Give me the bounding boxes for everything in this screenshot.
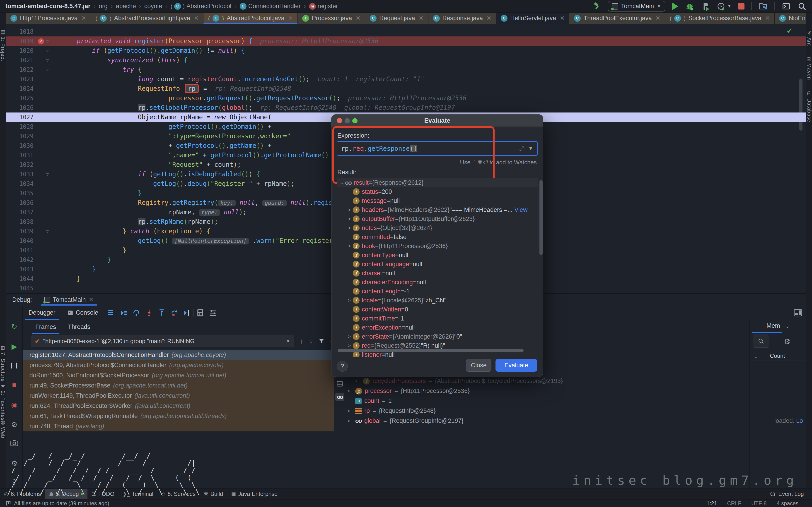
- breadcrumb-item[interactable]: mregister: [309, 3, 338, 10]
- code-line-1020[interactable]: 1020▿ if (getProtocol().getDomain() != n…: [6, 46, 806, 55]
- result-tree-row[interactable]: >fnotes = {Object[32]@2624}: [337, 223, 538, 232]
- dialog-title-bar[interactable]: Evaluate: [332, 115, 543, 127]
- step-out-icon[interactable]: [155, 309, 168, 317]
- stripe-maven[interactable]: m Maven: [806, 57, 812, 80]
- result-tree-row[interactable]: >fhook = {Http11Processor@2536}: [337, 241, 538, 250]
- run-button[interactable]: [672, 2, 678, 10]
- editor-tab[interactable]: CThreadPoolExecutor.java✕: [569, 13, 665, 24]
- terminal-toolwindow-icon[interactable]: [782, 2, 791, 11]
- line-separator[interactable]: CRLF: [727, 500, 741, 507]
- toolwindow-button-java-enterprise[interactable]: ▣Java Enterprise: [227, 489, 282, 499]
- stripe-structure[interactable]: ⊟ 7: Structure: [0, 346, 6, 382]
- memory-settings-gear-icon[interactable]: ⚙: [784, 337, 791, 346]
- code-line-1022[interactable]: 1022▿ try {: [6, 65, 806, 74]
- line-number[interactable]: 1037: [6, 208, 36, 217]
- expand-chevron-icon[interactable]: >: [346, 243, 353, 249]
- thread-selector[interactable]: ✔ "http-nio-8080-exec-1"@2,130 in group …: [31, 335, 294, 347]
- line-number[interactable]: 1021: [6, 55, 36, 65]
- line-number[interactable]: 1025: [6, 94, 36, 103]
- result-tree-row[interactable]: fcommitTime = -1: [337, 314, 538, 323]
- stack-frame-row[interactable]: register:1027, AbstractProtocol$Connecti…: [23, 350, 334, 360]
- indent-setting[interactable]: 4 spaces: [777, 500, 798, 507]
- editor-tab[interactable]: CResponse.java✕: [428, 13, 496, 24]
- fold-marker-icon[interactable]: ▿: [46, 55, 49, 65]
- line-number[interactable]: 1024: [6, 84, 36, 94]
- close-icon[interactable]: ✕: [89, 296, 94, 303]
- build-hammer-icon[interactable]: [593, 2, 601, 10]
- run-to-cursor-icon[interactable]: [181, 309, 194, 317]
- rerun-button[interactable]: ↻: [6, 322, 23, 331]
- coverage-button[interactable]: [701, 2, 710, 11]
- search-everywhere-icon[interactable]: [798, 2, 807, 11]
- fold-marker-icon[interactable]: ▿: [46, 227, 49, 236]
- layout-settings-icon[interactable]: ☰: [104, 309, 117, 317]
- close-icon[interactable]: ✕: [655, 15, 660, 22]
- stack-frame-row[interactable]: runWorker:1149, ThreadPoolExecutor(java.…: [23, 391, 334, 401]
- restore-layout-icon[interactable]: [207, 309, 219, 316]
- fold-marker-icon[interactable]: ▿: [46, 65, 49, 74]
- resume-button[interactable]: ▶: [6, 342, 23, 351]
- result-tree-row[interactable]: >flocale = {Locale@2625} "zh_CN": [337, 296, 538, 305]
- fold-marker-icon[interactable]: ▿: [46, 170, 49, 179]
- code-line-1021[interactable]: 1021▿ synchronized (this) {: [6, 55, 806, 65]
- editor-tab[interactable]: (C)AbstractProcessorLight.java✕: [91, 13, 203, 24]
- stop-button[interactable]: [738, 3, 745, 9]
- filter-icon[interactable]: [318, 338, 325, 344]
- result-tree-row[interactable]: fstatus = 200: [337, 187, 538, 196]
- expand-chevron-icon[interactable]: >: [346, 216, 353, 222]
- breadcrumb-jar[interactable]: tomcat-embed-core-8.5.47.jar: [5, 3, 90, 10]
- stripe-web[interactable]: ◍ Web: [0, 419, 6, 438]
- expand-editor-icon[interactable]: ⤢: [519, 145, 524, 152]
- close-icon[interactable]: ✕: [419, 15, 424, 22]
- evaluate-button[interactable]: Evaluate: [496, 359, 537, 372]
- variables-view-icon[interactable]: [335, 381, 345, 387]
- line-number[interactable]: 1043: [6, 265, 36, 274]
- result-tree-row[interactable]: fcommitted = false: [337, 232, 538, 241]
- line-number[interactable]: 1039: [6, 227, 36, 236]
- frame-down-icon[interactable]: ↓: [309, 337, 312, 345]
- stack-frame-row[interactable]: run:624, ThreadPoolExecutor$Worker(java.…: [23, 401, 334, 411]
- line-number[interactable]: 1030: [6, 141, 36, 151]
- breadcrumb-item[interactable]: coyote: [144, 3, 162, 10]
- close-icon[interactable]: ✕: [560, 15, 565, 22]
- file-encoding[interactable]: UTF-8: [751, 500, 767, 507]
- stripe-database[interactable]: ⛁ Database: [806, 91, 812, 122]
- breakpoint-icon[interactable]: ✓: [38, 38, 44, 44]
- result-vertical-scrollbar[interactable]: [540, 180, 543, 255]
- result-tree-row[interactable]: fmessage = null: [337, 196, 538, 205]
- thread-dump-button[interactable]: [6, 440, 23, 446]
- breadcrumb-item[interactable]: org: [99, 3, 108, 10]
- code-line-1018[interactable]: 1018: [6, 27, 806, 37]
- line-number[interactable]: 1035: [6, 188, 36, 198]
- result-tree-row[interactable]: >fheaders = {MimeHeaders@2622} "=== Mime…: [337, 205, 538, 214]
- variable-row[interactable]: >frecycledProcessors = {AbstractProtocol…: [355, 378, 563, 385]
- watches-toggle-icon[interactable]: oo: [335, 393, 344, 401]
- variable-row[interactable]: >rp = {RequestInfo@2548}: [347, 407, 436, 414]
- code-line-1019[interactable]: 1019✓▿ protected void register(Processor…: [6, 37, 806, 46]
- line-number[interactable]: 1036: [6, 198, 36, 208]
- code-line-1024[interactable]: 1024 RequestInfo rp =rp: RequestInfo@254…: [6, 84, 806, 94]
- line-number[interactable]: 1019: [6, 37, 36, 46]
- variable-row[interactable]: >ooglobal = {RequestGroupInfo@2197}: [347, 417, 464, 425]
- editor-tab[interactable]: CHttp11Processor.java✕: [6, 13, 91, 24]
- expand-chevron-icon[interactable]: >: [347, 418, 353, 424]
- fold-marker-icon[interactable]: ▿: [46, 46, 49, 55]
- line-number[interactable]: 1023: [6, 74, 36, 84]
- line-number[interactable]: 1040: [6, 236, 36, 245]
- expand-chevron-icon[interactable]: >: [347, 408, 353, 414]
- close-icon[interactable]: ✕: [194, 15, 199, 22]
- result-tree-row[interactable]: >freq = {Request@2552} "R( null)": [337, 341, 538, 350]
- expand-chevron-icon[interactable]: >: [346, 343, 353, 348]
- expand-chevron-icon[interactable]: >: [346, 225, 353, 231]
- line-number[interactable]: 1026: [6, 103, 36, 112]
- code-line-1026[interactable]: 1026 rp.setGlobalProcessor(global);rp: R…: [6, 103, 806, 112]
- result-tree-row[interactable]: fcharacterEncoding = null: [337, 278, 538, 287]
- result-tree-row[interactable]: ⌄ooresult = {Response@2612}: [337, 178, 538, 187]
- expand-chevron-icon[interactable]: >: [347, 388, 353, 394]
- breadcrumb-item[interactable]: (C)AbstractProtocol: [170, 3, 231, 10]
- line-number[interactable]: 1038: [6, 217, 36, 227]
- variable-row[interactable]: 01count = 1: [347, 397, 392, 404]
- event-log-button[interactable]: Event Log: [770, 491, 812, 497]
- expand-chevron-icon[interactable]: >: [355, 378, 360, 384]
- run-configuration-select[interactable]: TomcatMain ▼: [608, 1, 665, 11]
